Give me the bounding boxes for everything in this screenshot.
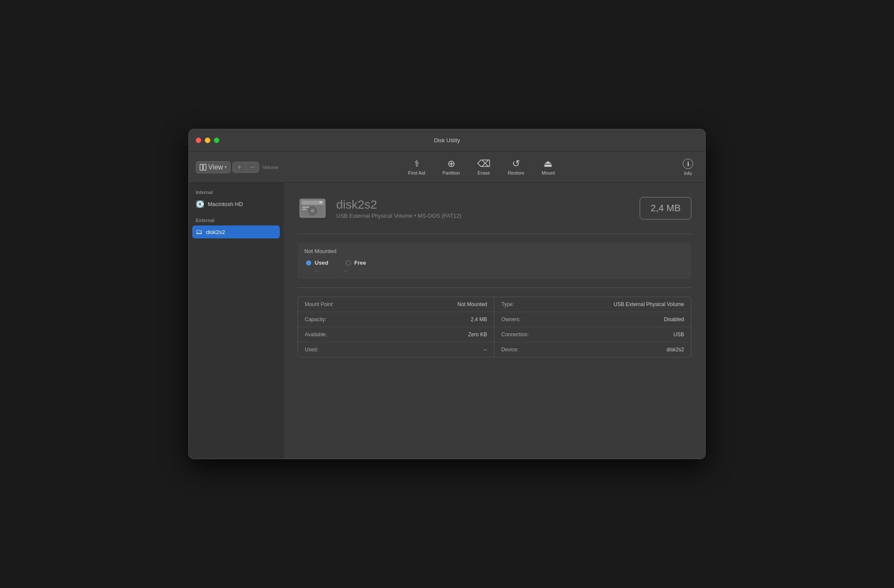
external-section-label: External <box>189 216 283 225</box>
restore-label: Restore <box>508 170 525 175</box>
info-key: Mount Point: <box>305 301 334 307</box>
toolbar-center: ⚕ First Aid ⊕ Partition ⌫ Erase ↺ Restor… <box>287 156 676 178</box>
traffic-lights <box>196 138 219 143</box>
used-item: Used <box>306 260 328 266</box>
info-value: Zero KB <box>468 332 487 338</box>
hdd-icon-svg <box>298 194 327 223</box>
sidebar-item-macintosh-hd[interactable]: 💽 Macintosh HD <box>189 197 283 211</box>
restore-button[interactable]: ↺ Restore <box>499 156 533 178</box>
info-key: Used: <box>305 347 318 353</box>
restore-icon: ↺ <box>512 159 520 169</box>
info-value: -- <box>484 347 487 353</box>
mount-button[interactable]: ⏏ Mount <box>533 156 563 178</box>
disk-subtitle: USB External Physical Volume • MS-DOS (F… <box>336 213 631 219</box>
sidebar: Internal 💽 Macintosh HD External 🗂 disk2… <box>189 183 284 459</box>
maximize-button[interactable] <box>214 138 219 143</box>
info-label: Info <box>684 171 692 176</box>
info-col-left: Mount Point:Not MountedCapacity:2,4 MBAv… <box>298 297 494 357</box>
divider-2 <box>297 288 691 288</box>
free-dot <box>346 260 351 266</box>
info-key: Type: <box>501 301 514 307</box>
titlebar: Disk Utility <box>189 129 705 152</box>
info-button[interactable]: ℹ Info <box>678 156 698 178</box>
info-key: Capacity: <box>305 316 326 322</box>
divider-1 <box>297 234 691 234</box>
info-key: Owners: <box>501 316 521 322</box>
info-value: Disabled <box>664 316 684 322</box>
erase-label: Erase <box>478 170 490 175</box>
disk-info: disk2s2 USB External Physical Volume • M… <box>336 198 631 219</box>
svg-rect-1 <box>203 164 206 170</box>
info-key: Device: <box>501 347 519 353</box>
main-area: Internal 💽 Macintosh HD External 🗂 disk2… <box>189 183 705 459</box>
info-table-grid: Mount Point:Not MountedCapacity:2,4 MBAv… <box>298 297 691 357</box>
svg-rect-7 <box>302 206 309 208</box>
info-row: Available:Zero KB <box>298 327 494 342</box>
not-mounted-section: Not Mounted Used Free -- -- <box>297 243 691 279</box>
info-row: Connection:USB <box>494 327 691 342</box>
content-area: disk2s2 USB External Physical Volume • M… <box>284 183 705 459</box>
info-value: USB <box>673 332 684 338</box>
free-label: Free <box>354 260 366 266</box>
disk-icon <box>297 193 328 223</box>
svg-point-6 <box>311 209 314 213</box>
used-label: Used <box>315 260 328 266</box>
mount-status-label: Not Mounted <box>304 248 685 254</box>
toolbar-left: View ▾ + − Volume <box>196 161 278 173</box>
svg-rect-0 <box>200 164 203 170</box>
partition-button[interactable]: ⊕ Partition <box>434 156 469 178</box>
add-volume-button[interactable]: + <box>233 162 246 172</box>
app-window: Disk Utility View ▾ + − Volume ⚕ First A… <box>188 129 706 459</box>
usage-value-row: -- -- <box>304 266 685 274</box>
disk-size-badge: 2,4 MB <box>640 197 691 219</box>
sidebar-item-disk2s2-label: disk2s2 <box>206 229 225 235</box>
erase-icon: ⌫ <box>477 159 491 169</box>
disk-name: disk2s2 <box>336 198 631 212</box>
used-value: -- <box>306 268 318 274</box>
info-col-right: Type:USB External Physical VolumeOwners:… <box>494 297 691 357</box>
toolbar-right: ℹ Info <box>678 156 698 178</box>
free-item: Free <box>346 260 366 266</box>
first-aid-label: First Aid <box>408 170 425 175</box>
info-row: Mount Point:Not Mounted <box>298 297 494 312</box>
info-icon: ℹ <box>683 159 693 169</box>
free-value: -- <box>335 268 347 274</box>
info-row: Used:-- <box>298 342 494 357</box>
volume-label: Volume <box>263 165 278 170</box>
info-row: Capacity:2,4 MB <box>298 312 494 327</box>
info-row: Device:disk2s2 <box>494 342 691 357</box>
toolbar: View ▾ + − Volume ⚕ First Aid ⊕ Partitio… <box>189 152 705 183</box>
minimize-button[interactable] <box>205 138 210 143</box>
sidebar-item-disk2s2[interactable]: 🗂 disk2s2 <box>192 225 280 238</box>
close-button[interactable] <box>196 138 201 143</box>
internal-section-label: Internal <box>189 188 283 197</box>
mount-label: Mount <box>541 170 555 175</box>
usage-row: Used Free <box>304 260 685 266</box>
info-row: Owners:Disabled <box>494 312 691 327</box>
first-aid-icon: ⚕ <box>414 159 419 169</box>
view-button[interactable]: View ▾ <box>196 161 231 173</box>
sidebar-item-macintosh-label: Macintosh HD <box>208 201 243 207</box>
disk-header: disk2s2 USB External Physical Volume • M… <box>297 193 691 223</box>
info-value: 2,4 MB <box>471 316 487 322</box>
used-dot <box>306 260 311 266</box>
info-value: disk2s2 <box>666 347 684 353</box>
svg-rect-9 <box>319 201 322 203</box>
window-title: Disk Utility <box>434 137 460 144</box>
volume-icon: 🗂 <box>196 228 203 236</box>
svg-rect-8 <box>302 209 306 210</box>
info-key: Available: <box>305 332 327 338</box>
partition-label: Partition <box>443 170 460 175</box>
chevron-down-icon: ▾ <box>225 165 227 169</box>
info-value: USB External Physical Volume <box>614 301 684 307</box>
info-table: Mount Point:Not MountedCapacity:2,4 MBAv… <box>297 297 691 357</box>
first-aid-button[interactable]: ⚕ First Aid <box>400 156 434 178</box>
remove-volume-button[interactable]: − <box>246 162 259 172</box>
info-value: Not Mounted <box>457 301 487 307</box>
info-key: Connection: <box>501 332 529 338</box>
hard-drive-icon: 💽 <box>196 200 204 208</box>
view-label: View <box>208 163 223 171</box>
partition-icon: ⊕ <box>447 159 455 169</box>
info-row: Type:USB External Physical Volume <box>494 297 691 312</box>
erase-button[interactable]: ⌫ Erase <box>469 156 499 178</box>
